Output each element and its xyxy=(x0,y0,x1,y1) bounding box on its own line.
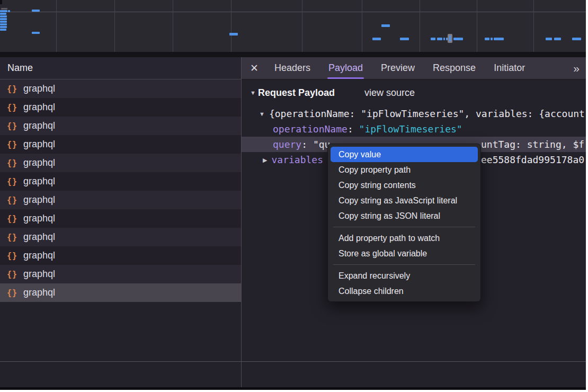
menu-item-add-property-path-to-watch[interactable]: Add property path to watch xyxy=(331,230,478,246)
timeline-request-bar xyxy=(453,38,463,40)
name-column-label: Name xyxy=(7,63,33,74)
timeline-gridline xyxy=(362,0,362,52)
payload-text: : xyxy=(301,139,313,150)
menu-item-store-as-global-variable[interactable]: Store as global variable xyxy=(331,246,478,261)
request-name: graphql xyxy=(23,194,55,206)
json-icon: {} xyxy=(7,288,17,298)
overview-timeline[interactable] xyxy=(0,0,586,52)
timeline-request-bar xyxy=(8,10,10,12)
request-row[interactable]: {}graphql xyxy=(0,79,241,98)
timeline-request-bar xyxy=(229,33,238,35)
request-name: graphql xyxy=(23,120,55,131)
request-name: graphql xyxy=(23,83,55,94)
timeline-gridline xyxy=(173,0,173,52)
menu-item-copy-string-as-javascript-literal[interactable]: Copy string as JavaScript literal xyxy=(331,193,478,208)
timeline-request-bar xyxy=(400,38,409,40)
payload-text: operationName xyxy=(273,123,348,135)
request-name: graphql xyxy=(23,231,55,243)
timeline-gridline xyxy=(302,0,302,52)
request-row[interactable]: {}graphql xyxy=(0,98,241,117)
more-tabs-icon[interactable]: » xyxy=(573,62,578,75)
network-panel-body: Name {}graphql{}graphql{}graphql{}graphq… xyxy=(0,57,586,387)
payload-tree-row[interactable]: operationName: "ipFlowTimeseries" xyxy=(242,121,586,137)
summary-divider xyxy=(0,361,586,362)
timeline-request-bar xyxy=(381,24,390,27)
payload-tree-row[interactable]: ▼{operationName: "ipFlowTimeseries", var… xyxy=(242,106,586,121)
request-row[interactable]: {}graphql xyxy=(0,172,241,191)
close-icon[interactable]: ✕ xyxy=(250,62,259,74)
timeline-request-bar xyxy=(554,38,561,40)
request-row[interactable]: {}graphql xyxy=(0,135,241,154)
json-icon: {} xyxy=(7,103,17,112)
pane-divider[interactable] xyxy=(241,57,242,387)
timeline-marker-bar xyxy=(449,35,451,41)
timeline-request-bar xyxy=(372,38,381,40)
timeline-request-bar xyxy=(572,38,581,40)
tab-response[interactable]: Response xyxy=(433,57,476,79)
timeline-request-bar xyxy=(0,21,7,23)
timeline-gridline xyxy=(477,0,477,52)
section-title: Request Payload xyxy=(258,87,335,99)
menu-item-copy-property-path[interactable]: Copy property path xyxy=(331,162,478,177)
payload-text: "ipFlowTimeseries" xyxy=(359,123,462,135)
bottom-strip xyxy=(0,387,586,390)
request-name: graphql xyxy=(23,139,55,150)
timeline-request-bar xyxy=(0,26,7,28)
request-row[interactable]: {}graphql xyxy=(0,283,241,302)
request-name: graphql xyxy=(23,102,55,113)
timeline-marker[interactable] xyxy=(448,34,452,43)
json-icon: {} xyxy=(7,140,17,149)
request-row[interactable]: {}graphql xyxy=(0,191,241,209)
tab-initiator[interactable]: Initiator xyxy=(494,57,525,79)
timeline-request-bar xyxy=(0,15,7,17)
payload-text: : xyxy=(348,123,359,135)
collapse-triangle-icon[interactable]: ▼ xyxy=(250,90,256,96)
request-name: graphql xyxy=(23,213,55,224)
json-icon: {} xyxy=(7,84,17,94)
timeline-request-bar xyxy=(431,38,435,40)
json-icon: {} xyxy=(7,251,17,261)
request-row[interactable]: {}graphql xyxy=(0,228,241,246)
request-name: graphql xyxy=(23,157,55,168)
payload-text: query xyxy=(273,139,301,150)
request-row[interactable]: {}graphql xyxy=(0,246,241,265)
timeline-request-bar xyxy=(1,8,7,10)
timeline-gridline xyxy=(533,0,534,52)
request-row[interactable]: {}graphql xyxy=(0,154,241,172)
menu-item-copy-string-contents[interactable]: Copy string contents xyxy=(331,177,478,193)
tab-payload[interactable]: Payload xyxy=(328,57,363,79)
request-list-pane: Name {}graphql{}graphql{}graphql{}graphq… xyxy=(0,57,241,387)
tab-preview[interactable]: Preview xyxy=(381,57,415,79)
timeline-request-bar xyxy=(32,32,40,34)
request-name: graphql xyxy=(23,287,55,298)
timeline-request-bar xyxy=(437,38,442,40)
tab-list: HeadersPayloadPreviewResponseInitiator xyxy=(274,57,543,79)
detail-tabbar: ✕ HeadersPayloadPreviewResponseInitiator… xyxy=(242,57,586,79)
payload-text-fragment: untTag: string, $f xyxy=(481,137,584,152)
menu-separator xyxy=(333,264,475,265)
timeline-request-bar xyxy=(494,38,504,40)
view-source-button[interactable]: view source xyxy=(364,87,415,99)
collapse-triangle-icon[interactable]: ▼ xyxy=(259,106,265,122)
json-icon: {} xyxy=(7,214,17,224)
context-menu: Copy valueCopy property pathCopy string … xyxy=(327,144,481,302)
timeline-request-bar xyxy=(0,18,7,20)
name-column-header[interactable]: Name xyxy=(0,57,241,79)
devtools-screenshot: Name {}graphql{}graphql{}graphql{}graphq… xyxy=(0,0,588,392)
request-row[interactable]: {}graphql xyxy=(0,209,241,228)
menu-item-collapse-children[interactable]: Collapse children xyxy=(331,283,478,299)
payload-text: variables xyxy=(271,154,323,165)
menu-item-copy-string-as-json-literal[interactable]: Copy string as JSON literal xyxy=(331,208,478,224)
expand-triangle-icon[interactable]: ▶ xyxy=(263,153,267,168)
request-list: {}graphql{}graphql{}graphql{}graphql{}gr… xyxy=(0,79,241,302)
tab-headers[interactable]: Headers xyxy=(274,57,310,79)
timeline-request-bar xyxy=(32,10,40,12)
json-icon: {} xyxy=(7,158,17,168)
timeline-bottom-strip xyxy=(0,52,586,57)
menu-item-copy-value[interactable]: Copy value xyxy=(331,147,478,162)
menu-item-expand-recursively[interactable]: Expand recursively xyxy=(331,268,478,283)
request-row[interactable]: {}graphql xyxy=(0,117,241,135)
timeline-request-bar xyxy=(0,13,6,15)
timeline-gridline xyxy=(231,0,231,52)
request-row[interactable]: {}graphql xyxy=(0,265,241,283)
